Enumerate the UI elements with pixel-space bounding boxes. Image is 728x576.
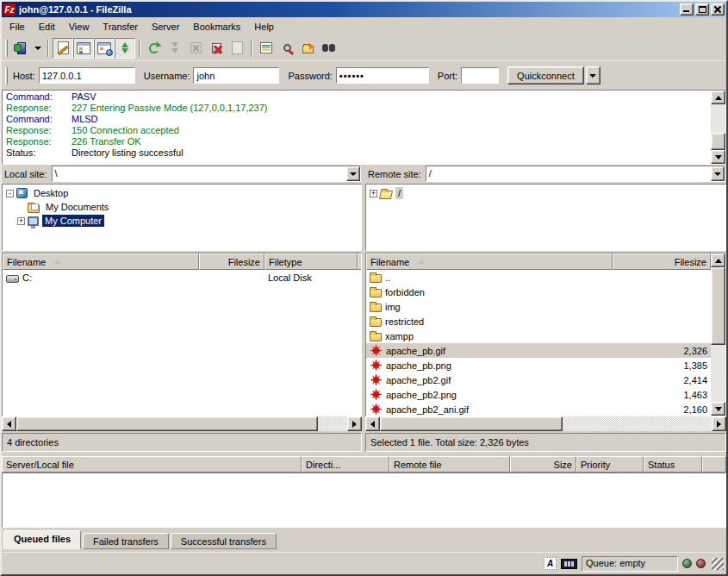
scrollbar-thumb[interactable] <box>16 416 318 431</box>
site-manager-button[interactable] <box>11 38 32 59</box>
folder-icon <box>370 304 382 312</box>
remote-folder-row[interactable]: xampp <box>366 329 711 343</box>
close-button[interactable] <box>711 3 725 16</box>
quickbar-grip[interactable] <box>5 67 8 85</box>
column-header-size[interactable]: Size <box>510 456 576 473</box>
column-header-server-local-file[interactable]: Server/Local file <box>2 456 302 473</box>
disconnect-button[interactable] <box>206 38 227 59</box>
filter-button[interactable] <box>277 38 297 59</box>
minimize-button[interactable] <box>680 3 694 16</box>
scroll-left-button[interactable] <box>365 416 380 431</box>
find-files-button[interactable] <box>318 38 339 59</box>
tab-failed-transfers[interactable]: Failed transfers <box>83 533 169 549</box>
scrollbar-thumb[interactable] <box>380 416 563 431</box>
apache-file-icon <box>370 373 383 386</box>
column-header-last-modified[interactable]: L <box>358 254 361 270</box>
menu-edit[interactable]: Edit <box>32 19 62 34</box>
toolbar-grip[interactable] <box>5 40 8 57</box>
column-header-filesize[interactable]: Filesize <box>199 254 264 270</box>
remote-vscrollbar[interactable] <box>711 254 725 416</box>
menu-server[interactable]: Server <box>145 19 186 34</box>
tree-item-root[interactable]: + / <box>366 186 725 200</box>
toggle-message-log-button[interactable] <box>53 38 73 59</box>
column-header-filesize[interactable]: Filesize <box>613 254 711 270</box>
scrollbar-thumb[interactable] <box>711 267 725 345</box>
scrollbar-thumb[interactable] <box>711 133 725 150</box>
local-site-combo[interactable]: \ <box>52 166 361 182</box>
column-header-status[interactable]: Status <box>644 456 702 473</box>
menu-help[interactable]: Help <box>247 19 281 34</box>
scroll-right-button[interactable] <box>712 416 726 431</box>
quickconnect-button[interactable]: Quickconnect <box>507 66 584 85</box>
cancel-operation-button[interactable] <box>185 38 206 59</box>
maximize-button[interactable] <box>695 3 709 16</box>
remote-folder-row[interactable]: img <box>366 299 711 314</box>
password-label: Password: <box>288 71 332 81</box>
local-hscrollbar[interactable] <box>2 416 362 431</box>
password-input[interactable] <box>336 67 429 84</box>
scroll-up-button[interactable] <box>711 254 725 267</box>
menubar: File Edit View Transfer Server Bookmarks… <box>2 17 726 35</box>
menu-transfer[interactable]: Transfer <box>96 19 145 34</box>
scroll-down-button[interactable] <box>711 150 725 164</box>
toggle-remote-tree-button[interactable] <box>94 38 115 59</box>
tree-item-my-computer[interactable]: + My Computer <box>3 214 361 228</box>
toggle-transfer-queue-button[interactable] <box>115 38 135 59</box>
remote-site-combo[interactable]: / <box>426 166 725 182</box>
remote-hscrollbar[interactable] <box>365 416 726 431</box>
tab-queued-files[interactable]: Queued files <box>3 530 81 549</box>
scroll-up-button[interactable] <box>711 91 725 104</box>
scroll-left-button[interactable] <box>2 416 16 431</box>
collapse-icon[interactable]: - <box>6 190 14 197</box>
queue-list[interactable] <box>2 473 726 528</box>
scroll-right-button[interactable] <box>347 416 362 431</box>
remote-folder-row[interactable]: .. <box>366 270 711 285</box>
column-header-remote-file[interactable]: Remote file <box>389 456 510 473</box>
column-header-direction[interactable]: Directi... <box>302 456 389 473</box>
tab-successful-transfers[interactable]: Successful transfers <box>171 533 277 549</box>
remote-file-row[interactable]: apache_pb2_ani.gif 2,160 <box>366 402 711 416</box>
directory-comparison-button[interactable] <box>256 38 277 59</box>
remote-file-row[interactable]: apache_pb2.gif 2,414 <box>366 373 711 387</box>
site-manager-dropdown-button[interactable] <box>32 38 44 59</box>
expand-icon[interactable]: + <box>370 190 377 197</box>
column-header-priority[interactable]: Priority <box>576 456 644 473</box>
local-site-dropdown-button[interactable] <box>346 166 360 181</box>
column-header-filetype[interactable]: Filetype <box>264 254 358 270</box>
desktop-icon <box>16 188 28 198</box>
port-input[interactable] <box>461 67 499 84</box>
scroll-down-button[interactable] <box>711 402 725 416</box>
remote-file-row-selected[interactable]: apache_pb.gif 2,326 <box>366 343 711 358</box>
remote-file-row[interactable]: apache_pb2.png 1,463 <box>366 387 711 402</box>
resize-grip[interactable] <box>712 558 724 570</box>
toggle-local-tree-button[interactable] <box>73 38 94 59</box>
column-header-filename[interactable]: Filename <box>3 254 199 270</box>
remote-folder-row[interactable]: forbidden <box>366 285 711 299</box>
host-input[interactable] <box>39 67 135 84</box>
reconnect-button[interactable] <box>227 38 247 59</box>
remote-file-row[interactable]: apache_pb.png 1,385 <box>366 358 711 373</box>
log-scrollbar[interactable] <box>711 91 725 164</box>
column-header-filename[interactable]: Filename <box>366 254 613 270</box>
local-rows: C: Local Disk <box>3 270 361 416</box>
username-input[interactable] <box>193 67 279 84</box>
tree-item-my-documents[interactable]: My Documents <box>3 200 361 214</box>
expand-icon[interactable]: + <box>17 217 25 225</box>
refresh-button[interactable] <box>144 38 165 59</box>
menu-file[interactable]: File <box>3 19 32 34</box>
port-label: Port: <box>438 71 457 81</box>
local-file-row[interactable]: C: Local Disk <box>3 270 361 285</box>
minimize-icon <box>683 10 689 12</box>
process-queue-button[interactable] <box>165 38 185 59</box>
tree-item-desktop[interactable]: - Desktop <box>3 186 361 200</box>
remote-site-dropdown-button[interactable] <box>711 166 725 181</box>
disconnect-icon <box>212 43 221 53</box>
menu-bookmarks[interactable]: Bookmarks <box>186 19 247 34</box>
synchronized-browsing-button[interactable] <box>297 38 318 59</box>
remote-site-bar: Remote site: / <box>365 165 726 183</box>
quickconnect-dropdown-button[interactable] <box>586 66 600 85</box>
remote-tree: + / <box>365 184 726 251</box>
titlebar[interactable]: Fz john@127.0.0.1 - FileZilla <box>2 2 726 17</box>
menu-view[interactable]: View <box>62 19 96 34</box>
remote-folder-row[interactable]: restricted <box>366 314 711 329</box>
